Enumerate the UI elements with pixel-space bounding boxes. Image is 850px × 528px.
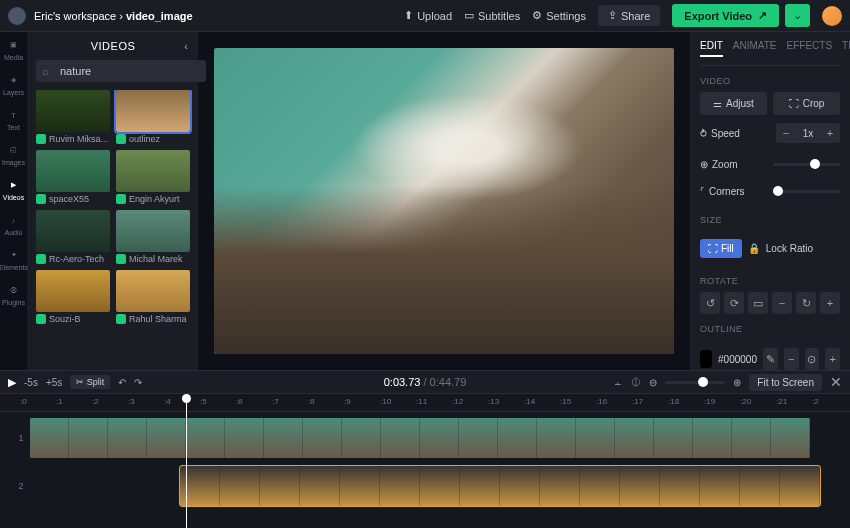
lock-ratio-toggle[interactable]: 🔒Lock Ratio: [748, 243, 813, 254]
outline-color-swatch[interactable]: [700, 350, 712, 368]
upload-icon: ⬆: [404, 9, 413, 22]
magnet-button[interactable]: ⏀: [631, 377, 641, 388]
outline-minus[interactable]: −: [784, 348, 799, 370]
video-thumb[interactable]: outlinez: [116, 90, 190, 144]
timeline[interactable]: :0:1:2:3:4:5:6:7:8:9:10:11:12:13:14:15:1…: [0, 394, 850, 528]
video-thumb[interactable]: Michal Marek: [116, 210, 190, 264]
video-thumb[interactable]: Engin Akyurt: [116, 150, 190, 204]
crop-button[interactable]: ⛶Crop: [773, 92, 840, 115]
share-button[interactable]: ⇪Share: [598, 5, 660, 26]
rail-images[interactable]: ◱Images: [2, 143, 25, 166]
side-title: VIDEOS: [91, 40, 136, 52]
top-bar: Eric's workspace › video_image ⬆Upload ▭…: [0, 0, 850, 32]
video-thumb[interactable]: Rahul Sharma: [116, 270, 190, 324]
timeline-ruler[interactable]: :0:1:2:3:4:5:6:7:8:9:10:11:12:13:14:15:1…: [0, 394, 850, 412]
rotate-ccw-button[interactable]: ↺: [700, 292, 720, 314]
redo-button[interactable]: ↷: [134, 377, 142, 388]
ruler-tick: :14: [524, 397, 535, 406]
rotate-cw-button[interactable]: ⟳: [724, 292, 744, 314]
clip-1[interactable]: [30, 418, 810, 458]
settings-button[interactable]: ⚙Settings: [532, 9, 586, 22]
ruler-tick: :15: [560, 397, 571, 406]
play-icon: ▶: [8, 376, 16, 388]
fill-button[interactable]: ⛶Fill: [700, 239, 742, 258]
video-thumb[interactable]: Ruvim Miksa...: [36, 90, 110, 144]
outline-plus[interactable]: +: [825, 348, 840, 370]
search-input[interactable]: [36, 60, 206, 82]
playhead[interactable]: [186, 394, 187, 528]
properties-panel: EDIT ANIMATE EFFECTS TIMING VIDEO ⚌Adjus…: [690, 32, 850, 370]
track-1[interactable]: 1: [16, 416, 850, 460]
upload-button[interactable]: ⬆Upload: [404, 9, 452, 22]
rail-text[interactable]: TText: [7, 108, 21, 131]
media-icon: ▣: [6, 38, 20, 52]
ruler-tick: :4: [164, 397, 171, 406]
rail-layers[interactable]: ◈Layers: [3, 73, 24, 96]
zoom-in-icon: ⊕: [733, 377, 741, 388]
outline-section-label: OUTLINE: [700, 324, 840, 334]
rotate-plus[interactable]: +: [820, 292, 840, 314]
split-button[interactable]: ✂ Split: [70, 375, 110, 389]
speed-minus[interactable]: −: [776, 123, 796, 143]
speed-plus[interactable]: +: [820, 123, 840, 143]
tab-animate[interactable]: ANIMATE: [733, 40, 777, 57]
close-button[interactable]: ✕: [830, 374, 842, 390]
ruler-tick: :6: [236, 397, 243, 406]
chevron-left-icon: ‹: [184, 40, 188, 52]
tab-timing[interactable]: TIMING: [842, 40, 850, 57]
audio-icon: ♪: [7, 213, 21, 227]
subtitles-button[interactable]: ▭Subtitles: [464, 9, 520, 22]
rotate-section-label: ROTATE: [700, 276, 840, 286]
rail-videos[interactable]: ▶Videos: [3, 178, 24, 201]
rail-audio[interactable]: ♪Audio: [5, 213, 23, 236]
rail-elements[interactable]: ✦Elements: [0, 248, 28, 271]
clip-2[interactable]: [180, 466, 820, 506]
collapse-button[interactable]: ‹: [184, 40, 188, 52]
breadcrumb[interactable]: Eric's workspace › video_image: [34, 10, 193, 22]
snap-button[interactable]: ⫠: [613, 377, 623, 388]
ruler-tick: :7: [272, 397, 279, 406]
fit-to-screen-button[interactable]: Fit to Screen: [749, 374, 822, 391]
subtitles-icon: ▭: [464, 9, 474, 22]
export-dropdown[interactable]: ⌄: [785, 4, 810, 27]
outline-reset[interactable]: ⊙: [805, 348, 820, 370]
tool-rail: ▣Media ◈Layers TText ◱Images ▶Videos ♪Au…: [0, 32, 28, 370]
export-icon: ↗: [758, 9, 767, 22]
zoom-out-icon: ⊖: [649, 377, 657, 388]
lock-icon: 🔒: [748, 243, 760, 254]
zoom-slider[interactable]: [773, 163, 840, 166]
video-thumb[interactable]: Souzi-B: [36, 270, 110, 324]
adjust-button[interactable]: ⚌Adjust: [700, 92, 767, 115]
rotate-minus[interactable]: −: [772, 292, 792, 314]
rail-plugins[interactable]: ⦿Plugins: [2, 283, 25, 306]
ruler-tick: :0: [20, 397, 27, 406]
track-2[interactable]: 2: [16, 464, 850, 508]
corners-slider[interactable]: [773, 190, 840, 193]
chevron-down-icon: ⌄: [793, 9, 802, 21]
adjust-icon: ⚌: [713, 98, 722, 109]
text-icon: T: [7, 108, 21, 122]
video-thumb[interactable]: spaceX55: [36, 150, 110, 204]
eyedropper-icon: ✎: [766, 353, 775, 366]
speed-stepper[interactable]: − 1x +: [776, 123, 840, 143]
tab-effects[interactable]: EFFECTS: [787, 40, 833, 57]
zoom-out-button[interactable]: ⊖: [649, 377, 657, 388]
undo-button[interactable]: ↶: [118, 377, 126, 388]
preview-canvas[interactable]: [214, 48, 674, 354]
tab-edit[interactable]: EDIT: [700, 40, 723, 57]
zoom-in-button[interactable]: ⊕: [733, 377, 741, 388]
back-5s[interactable]: -5s: [24, 377, 38, 388]
rail-media[interactable]: ▣Media: [4, 38, 23, 61]
rotate-reset[interactable]: ↻: [796, 292, 816, 314]
play-button[interactable]: ▶: [8, 376, 16, 389]
flip-h-button[interactable]: ▭: [748, 292, 768, 314]
export-button[interactable]: Export Video↗: [672, 4, 779, 27]
eyedropper-button[interactable]: ✎: [763, 348, 778, 370]
fwd-5s[interactable]: +5s: [46, 377, 62, 388]
user-avatar[interactable]: [822, 6, 842, 26]
timeline-zoom-slider[interactable]: [665, 381, 725, 384]
workspace-avatar: [8, 7, 26, 25]
video-thumb[interactable]: Rc-Aero-Tech: [36, 210, 110, 264]
ruler-tick: :1: [56, 397, 63, 406]
elements-icon: ✦: [7, 248, 21, 262]
